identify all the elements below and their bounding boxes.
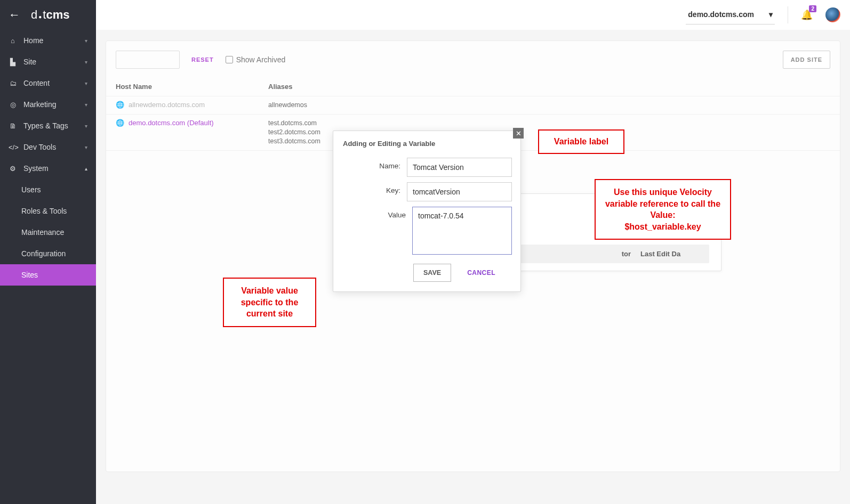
col-date: Last Edit Da [640,250,702,258]
code-icon: </> [9,143,17,151]
nav-devtools[interactable]: </>Dev Tools▾ [0,136,96,158]
cancel-button[interactable]: CANCEL [467,269,495,277]
chevron-down-icon: ▾ [85,59,87,65]
site-selector-label: demo.dotcms.com [688,10,754,19]
target-icon: ◎ [9,101,17,109]
name-input[interactable] [407,158,512,177]
save-button[interactable]: SAVE [413,264,451,282]
chevron-down-icon: ▾ [85,80,87,86]
col-alias: Aliases [268,83,293,91]
checkbox-label: Show Archived [236,55,286,64]
nav-home[interactable]: ⌂Home▾ [0,30,96,51]
reset-button[interactable]: RESET [191,56,214,63]
sitemap-icon: ▙ [9,58,17,66]
sidebar-header: ← d ● t cms [0,0,96,30]
home-icon: ⌂ [9,37,17,45]
nav-label: Site [23,58,36,66]
sites-toolbar: RESET Show Archived ADD SITE [106,51,840,79]
modal-actions: SAVE CANCEL [333,257,520,291]
name-label: Name: [342,158,400,170]
modal-title: Adding or Editing a Variable [333,131,520,155]
chevron-down-icon: ▾ [85,102,87,108]
nav-label: Dev Tools [23,143,56,151]
nav-types[interactable]: 🗎Types & Tags▾ [0,115,96,136]
chevron-down-icon: ▾ [85,38,87,44]
key-input[interactable] [407,182,512,201]
aliases: allnewdemos [268,101,307,110]
avatar[interactable] [825,7,840,22]
logo: d ● t cms [31,8,69,22]
logo-text: cms [46,8,69,22]
globe-icon: 🌐 [116,119,124,127]
nav-content[interactable]: 🗂Content▾ [0,72,96,94]
form-row-name: Name: [333,155,520,180]
form-row-key: Key: [333,180,520,204]
nav-label: System [23,164,49,173]
table-row[interactable]: 🌐allnewdemo.dotcms.com allnewdemos [106,96,840,114]
sub-roles[interactable]: Roles & Tools [0,200,96,222]
notifications[interactable]: 🔔 2 [801,9,813,21]
notification-badge: 2 [809,5,816,12]
variable-modal: ✕ Adding or Editing a Variable Name: Key… [333,131,521,292]
back-arrow-icon[interactable]: ← [9,8,20,22]
top-nav: ← d ● t cms demo.dotcms.com ▾ 🔔 2 [0,0,850,30]
nav-site[interactable]: ▙Site▾ [0,51,96,72]
sub-maintenance[interactable]: Maintenance [0,222,96,243]
gear-icon: ⚙ [9,165,17,173]
site-selector[interactable]: demo.dotcms.com ▾ [686,6,775,25]
chevron-up-icon: ▴ [85,166,87,172]
caret-down-icon: ▾ [769,10,773,19]
key-label: Key: [342,182,400,194]
col-user: tor [576,250,640,258]
table-header: Host Name Aliases [106,79,840,96]
nav-system[interactable]: ⚙System▴ [0,158,96,179]
globe-icon: 🌐 [116,101,124,109]
sub-configuration[interactable]: Configuration [0,243,96,264]
show-archived[interactable]: Show Archived [226,55,286,64]
nav-label: Home [23,36,43,45]
host-name: demo.dotcms.com (Default) [129,119,214,127]
nav-label: Marketing [23,100,56,109]
host-cell: 🌐demo.dotcms.com (Default) [116,119,268,127]
callout-label: Variable label [538,129,624,154]
chevron-down-icon: ▾ [85,144,87,150]
nav-label: Types & Tags [23,121,68,130]
divider [788,6,788,23]
host-cell: 🌐allnewdemo.dotcms.com [116,101,268,109]
nav-marketing[interactable]: ◎Marketing▾ [0,94,96,115]
logo-text: d [31,8,37,22]
value-input[interactable]: tomcat-7.0.54 [412,207,512,255]
file-icon: 🗎 [9,122,17,130]
callout-key: Use this unique Velocity variable refere… [595,179,731,240]
nav-label: Content [23,79,50,87]
aliases: test.dotcms.com test2.dotcms.com test3.d… [268,119,320,146]
callout-value: Variable value specific to the current s… [223,278,316,327]
sidebar: ⌂Home▾ ▙Site▾ 🗂Content▾ ◎Marketing▾ 🗎Typ… [0,30,96,504]
nav-right: demo.dotcms.com ▾ 🔔 2 [686,6,850,25]
form-row-value: Value tomcat-7.0.54 [333,204,520,257]
sub-users[interactable]: Users [0,179,96,200]
search-input[interactable] [116,51,180,69]
checkbox-icon [226,56,233,63]
host-name: allnewdemo.dotcms.com [129,101,205,109]
chevron-down-icon: ▾ [85,123,87,129]
add-site-button[interactable]: ADD SITE [783,51,830,69]
sub-sites[interactable]: Sites [0,264,96,286]
value-label: Value [342,207,406,219]
col-host: Host Name [116,83,268,91]
folder-icon: 🗂 [9,79,17,87]
close-icon[interactable]: ✕ [513,128,524,139]
